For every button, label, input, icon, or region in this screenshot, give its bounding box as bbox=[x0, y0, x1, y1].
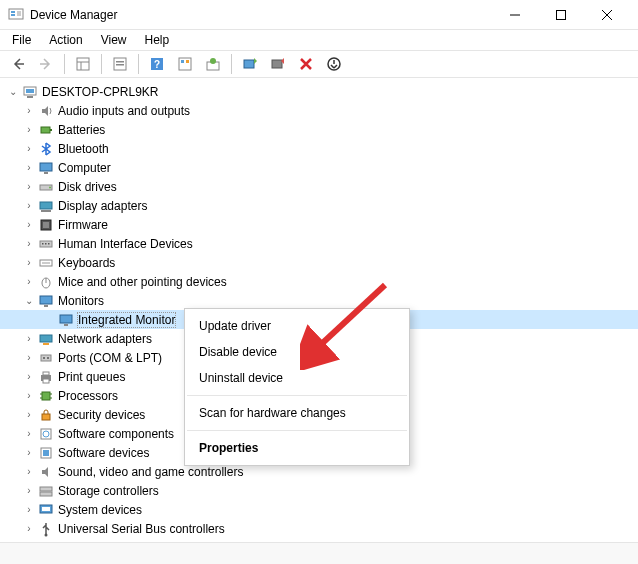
expand-icon bbox=[42, 313, 56, 327]
ctx-update-driver[interactable]: Update driver bbox=[185, 313, 409, 339]
menu-view[interactable]: View bbox=[93, 31, 135, 49]
window-title: Device Manager bbox=[30, 8, 492, 22]
svg-rect-57 bbox=[42, 392, 50, 400]
expand-icon[interactable]: › bbox=[22, 275, 36, 289]
ctx-properties[interactable]: Properties bbox=[185, 435, 409, 461]
ctx-uninstall-device[interactable]: Uninstall device bbox=[185, 365, 409, 391]
svg-rect-27 bbox=[41, 127, 50, 133]
svg-rect-51 bbox=[41, 355, 51, 361]
expand-icon[interactable]: › bbox=[22, 161, 36, 175]
tree-firmware[interactable]: ›Firmware bbox=[0, 215, 638, 234]
tree-hid[interactable]: ›Human Interface Devices bbox=[0, 234, 638, 253]
expand-icon[interactable]: › bbox=[22, 180, 36, 194]
app-icon bbox=[8, 7, 24, 23]
expand-icon[interactable]: › bbox=[22, 408, 36, 422]
back-button[interactable] bbox=[6, 52, 30, 76]
audio-icon bbox=[38, 103, 54, 119]
tree-label: Ports (COM & LPT) bbox=[58, 351, 162, 365]
tree-label: Firmware bbox=[58, 218, 108, 232]
enable-device-button[interactable] bbox=[238, 52, 262, 76]
expand-icon[interactable]: › bbox=[22, 427, 36, 441]
menubar: File Action View Help bbox=[0, 30, 638, 50]
expand-icon[interactable]: › bbox=[22, 104, 36, 118]
ctx-scan-hardware[interactable]: Scan for hardware changes bbox=[185, 400, 409, 426]
svg-rect-30 bbox=[44, 172, 48, 174]
tree-usbconn[interactable]: ›USB Connector Managers bbox=[0, 538, 638, 540]
help-button[interactable]: ? bbox=[145, 52, 169, 76]
maximize-button[interactable] bbox=[538, 0, 584, 30]
minimize-button[interactable] bbox=[492, 0, 538, 30]
storage-icon bbox=[38, 483, 54, 499]
toolbar-separator bbox=[138, 54, 139, 74]
hid-icon bbox=[38, 236, 54, 252]
expand-icon[interactable]: › bbox=[22, 484, 36, 498]
expand-icon[interactable]: › bbox=[22, 351, 36, 365]
tree-storage[interactable]: ›Storage controllers bbox=[0, 481, 638, 500]
expand-icon[interactable]: › bbox=[22, 237, 36, 251]
monitor-icon bbox=[58, 312, 74, 328]
scan-button[interactable] bbox=[173, 52, 197, 76]
svg-rect-2 bbox=[11, 14, 15, 16]
tree-batteries[interactable]: ›Batteries bbox=[0, 120, 638, 139]
window-controls bbox=[492, 0, 630, 30]
expand-icon[interactable]: › bbox=[22, 446, 36, 460]
svg-rect-55 bbox=[43, 372, 49, 375]
svg-point-20 bbox=[210, 58, 216, 64]
ctx-disable-device[interactable]: Disable device bbox=[185, 339, 409, 365]
tree-mice[interactable]: ›Mice and other pointing devices bbox=[0, 272, 638, 291]
expand-icon[interactable]: › bbox=[22, 142, 36, 156]
tree-bluetooth[interactable]: ›Bluetooth bbox=[0, 139, 638, 158]
tree-label: Display adapters bbox=[58, 199, 147, 213]
usb-icon bbox=[38, 521, 54, 537]
svg-rect-25 bbox=[26, 89, 34, 93]
ports-icon bbox=[38, 350, 54, 366]
tree-keyboards[interactable]: ›Keyboards bbox=[0, 253, 638, 272]
menu-help[interactable]: Help bbox=[137, 31, 178, 49]
tree-display[interactable]: ›Display adapters bbox=[0, 196, 638, 215]
expand-icon[interactable]: › bbox=[22, 218, 36, 232]
printer-icon bbox=[38, 369, 54, 385]
expand-icon[interactable]: › bbox=[22, 389, 36, 403]
expand-icon[interactable]: › bbox=[22, 370, 36, 384]
forward-button[interactable] bbox=[34, 52, 58, 76]
menu-file[interactable]: File bbox=[4, 31, 39, 49]
svg-rect-8 bbox=[77, 58, 89, 70]
update-driver-button[interactable] bbox=[201, 52, 225, 76]
scan-hardware-button[interactable] bbox=[322, 52, 346, 76]
svg-rect-47 bbox=[60, 315, 72, 323]
expand-icon[interactable]: › bbox=[22, 522, 36, 536]
toolbar: ? bbox=[0, 50, 638, 78]
svg-rect-29 bbox=[40, 163, 52, 171]
keyboard-icon bbox=[38, 255, 54, 271]
tree-disk[interactable]: ›Disk drives bbox=[0, 177, 638, 196]
expand-icon[interactable]: › bbox=[22, 123, 36, 137]
svg-rect-68 bbox=[40, 492, 52, 496]
expand-icon[interactable]: › bbox=[22, 256, 36, 270]
tree-label: Integrated Monitor bbox=[78, 313, 175, 327]
tree-audio[interactable]: ›Audio inputs and outputs bbox=[0, 101, 638, 120]
collapse-icon[interactable]: ⌄ bbox=[6, 85, 20, 99]
expand-icon[interactable]: › bbox=[22, 465, 36, 479]
tree-system[interactable]: ›System devices bbox=[0, 500, 638, 519]
svg-rect-36 bbox=[43, 222, 49, 228]
close-button[interactable] bbox=[584, 0, 630, 30]
expand-icon[interactable]: › bbox=[22, 199, 36, 213]
collapse-icon[interactable]: ⌄ bbox=[22, 294, 36, 308]
svg-point-71 bbox=[45, 533, 48, 536]
tree-root[interactable]: ⌄ DESKTOP-CPRL9KR bbox=[0, 82, 638, 101]
svg-rect-66 bbox=[43, 450, 49, 456]
disable-device-button[interactable] bbox=[266, 52, 290, 76]
expand-icon[interactable]: › bbox=[22, 332, 36, 346]
mouse-icon bbox=[38, 274, 54, 290]
uninstall-button[interactable] bbox=[294, 52, 318, 76]
display-adapter-icon bbox=[38, 198, 54, 214]
show-hide-tree-button[interactable] bbox=[71, 52, 95, 76]
tree-usb[interactable]: ›Universal Serial Bus controllers bbox=[0, 519, 638, 538]
tree-computer[interactable]: ›Computer bbox=[0, 158, 638, 177]
tree-label: Network adapters bbox=[58, 332, 152, 346]
network-icon bbox=[38, 331, 54, 347]
menu-action[interactable]: Action bbox=[41, 31, 90, 49]
expand-icon[interactable]: › bbox=[22, 503, 36, 517]
properties-button[interactable] bbox=[108, 52, 132, 76]
svg-point-53 bbox=[47, 357, 49, 359]
